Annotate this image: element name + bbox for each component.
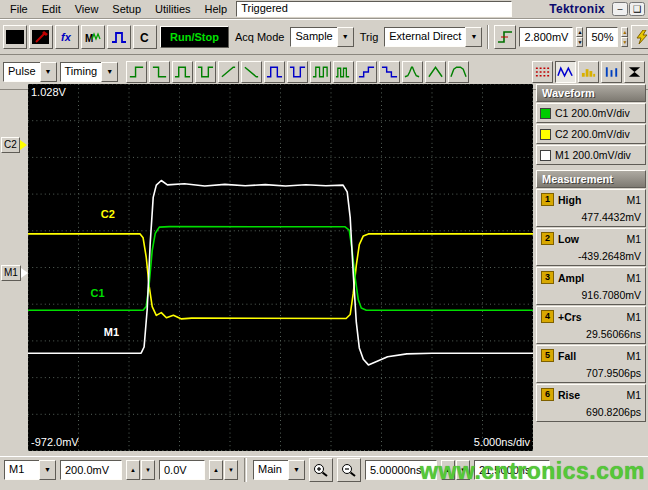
spin-up-button[interactable]: ▲ bbox=[441, 460, 455, 480]
measurement-name: High bbox=[558, 194, 581, 206]
menu-help[interactable]: Help bbox=[198, 1, 235, 17]
measurement-name: Rise bbox=[558, 389, 580, 401]
mask-pulse-icon[interactable] bbox=[107, 25, 131, 49]
measurement-item-fall[interactable]: 5FallM1707.9506ps bbox=[536, 345, 646, 383]
spin-down-button[interactable]: ▼ bbox=[456, 460, 470, 480]
measurement-source: M1 bbox=[626, 233, 641, 245]
spin-down-button[interactable]: ▼ bbox=[141, 460, 155, 480]
chevron-down-icon[interactable]: ▼ bbox=[337, 27, 354, 47]
channel-color-chip bbox=[540, 108, 551, 119]
print-icon[interactable] bbox=[3, 25, 27, 49]
measurement-name: Ampl bbox=[558, 272, 584, 284]
maximize-button[interactable]: ❑ bbox=[629, 2, 645, 16]
waveform-item-m1[interactable]: M1 200.0mV/div bbox=[536, 145, 646, 165]
signal-type-select[interactable]: Pulse ▼ bbox=[3, 62, 57, 82]
menu-edit[interactable]: Edit bbox=[35, 1, 68, 17]
spin-down-button[interactable]: ▼ bbox=[576, 37, 583, 47]
chevron-down-icon[interactable]: ▼ bbox=[288, 460, 305, 480]
fx-icon[interactable]: fx bbox=[55, 25, 79, 49]
channel-marker-arrow-icon bbox=[20, 140, 27, 150]
trig-label: Trig bbox=[357, 31, 382, 43]
display-dots-icon[interactable] bbox=[532, 61, 553, 83]
trigger-level-field[interactable]: 2.800mV bbox=[519, 27, 573, 47]
square-wave-icon[interactable] bbox=[310, 61, 331, 83]
display-histogram-icon bbox=[580, 65, 597, 79]
positive-pulse-blue-icon[interactable] bbox=[264, 61, 285, 83]
display-histogram-icon[interactable] bbox=[578, 61, 599, 83]
double-pulse-icon[interactable] bbox=[333, 61, 354, 83]
measure-category-select[interactable]: Timing ▼ bbox=[60, 62, 119, 82]
spin-up-button[interactable]: ▲ bbox=[126, 460, 140, 480]
gaussian-pulse-icon[interactable] bbox=[402, 61, 423, 83]
run-stop-button[interactable]: Run/Stop bbox=[160, 26, 229, 48]
menu-file[interactable]: File bbox=[3, 1, 35, 17]
minimize-button[interactable]: – bbox=[612, 2, 628, 16]
clear-data-icon[interactable] bbox=[29, 25, 53, 49]
edge-icon-group bbox=[126, 61, 469, 83]
display-bars-icon[interactable] bbox=[601, 61, 622, 83]
hourglass-icon[interactable] bbox=[624, 61, 645, 83]
math-waveform-icon[interactable]: M bbox=[81, 25, 105, 49]
autoset-button[interactable] bbox=[631, 25, 648, 49]
display-area: C2M1 C2C1M11.028V-972.0mV5.000ns/div Wav… bbox=[0, 81, 648, 454]
trigger-source-select[interactable]: External Direct ▼ bbox=[384, 27, 482, 47]
positive-pulse-icon[interactable] bbox=[172, 61, 193, 83]
fall-edge-icon[interactable] bbox=[149, 61, 170, 83]
negative-pulse-icon[interactable] bbox=[195, 61, 216, 83]
set-50-percent-field[interactable]: 50% bbox=[586, 27, 618, 47]
rising-ramp-icon[interactable] bbox=[218, 61, 239, 83]
spin-up-button[interactable]: ▲ bbox=[576, 27, 583, 37]
zoom-out-button[interactable] bbox=[337, 458, 361, 482]
chevron-down-icon[interactable]: ▼ bbox=[39, 460, 56, 480]
menu-items: FileEditViewSetupUtilitiesHelp bbox=[3, 3, 234, 15]
spin-up-button[interactable]: ▲ bbox=[621, 27, 628, 37]
menu-utilities[interactable]: Utilities bbox=[148, 1, 197, 17]
vertical-offset-field[interactable]: 0.0V bbox=[159, 460, 205, 480]
falling-ramp-icon[interactable] bbox=[241, 61, 262, 83]
measurement-item-+crs[interactable]: 4+CrsM129.56066ns bbox=[536, 306, 646, 344]
waveform-item-c2[interactable]: C2 200.0mV/div bbox=[536, 124, 646, 144]
math-waveform-icon: M bbox=[84, 30, 102, 44]
zoom-in-button[interactable] bbox=[309, 458, 333, 482]
window-pulse-icon[interactable] bbox=[448, 61, 469, 83]
timebase-scale-field[interactable]: 5.00000ns bbox=[365, 460, 437, 480]
negative-pulse-blue-icon[interactable] bbox=[287, 61, 308, 83]
measurement-item-ampl[interactable]: 3AmplM1916.7080mV bbox=[536, 267, 646, 305]
menu-setup[interactable]: Setup bbox=[105, 1, 148, 17]
waveform-item-c1[interactable]: C1 200.0mV/div bbox=[536, 103, 646, 123]
fall-edge-icon bbox=[151, 65, 168, 79]
spin-up-button[interactable]: ▲ bbox=[209, 460, 223, 480]
chevron-down-icon[interactable]: ▼ bbox=[40, 62, 57, 82]
chevron-down-icon[interactable]: ▼ bbox=[465, 27, 482, 47]
rise-edge-icon[interactable] bbox=[126, 61, 147, 83]
measurement-panel-header: Measurement bbox=[536, 170, 646, 188]
spin-down-button[interactable]: ▼ bbox=[621, 37, 628, 47]
timebase-view-select[interactable]: Main ▼ bbox=[253, 460, 305, 480]
vertical-scale-field[interactable]: 200.0mV bbox=[60, 460, 122, 480]
measurement-item-low[interactable]: 2LowM1-439.2648mV bbox=[536, 228, 646, 266]
waveform-source-select[interactable]: M1 ▼ bbox=[4, 460, 56, 480]
graticule-grid bbox=[28, 84, 533, 451]
acq-mode-label: Acq Mode bbox=[232, 31, 288, 43]
channel-marker-m1[interactable]: M1 bbox=[1, 266, 28, 280]
trigger-level-spinner: ▲ ▼ bbox=[576, 27, 583, 47]
menu-view[interactable]: View bbox=[68, 1, 106, 17]
channel-marker-c2[interactable]: C2 bbox=[1, 138, 27, 152]
zoom-out-icon bbox=[340, 463, 358, 477]
measurement-item-high[interactable]: 1HighM1477.4432mV bbox=[536, 189, 646, 227]
trigger-slope-button[interactable] bbox=[494, 25, 516, 49]
step-up-blue-icon bbox=[358, 65, 375, 79]
chevron-down-icon[interactable]: ▼ bbox=[101, 62, 118, 82]
waveform-plot: C2C1M11.028V-972.0mV5.000ns/div bbox=[28, 84, 533, 451]
trigger-status: Triggered bbox=[236, 1, 512, 17]
horizontal-position-field[interactable]: 21.5000ns bbox=[474, 460, 550, 480]
measurement-item-rise[interactable]: 6RiseM1690.8206ps bbox=[536, 384, 646, 422]
step-down-blue-icon[interactable] bbox=[379, 61, 400, 83]
triangle-pulse-icon[interactable] bbox=[425, 61, 446, 83]
spin-down-button[interactable]: ▼ bbox=[224, 460, 238, 480]
acq-mode-select[interactable]: Sample ▼ bbox=[290, 27, 353, 47]
cursor-c-icon[interactable]: C bbox=[133, 25, 157, 49]
display-vector-icon[interactable] bbox=[555, 61, 576, 83]
step-down-blue-icon bbox=[381, 65, 398, 79]
step-up-blue-icon[interactable] bbox=[356, 61, 377, 83]
